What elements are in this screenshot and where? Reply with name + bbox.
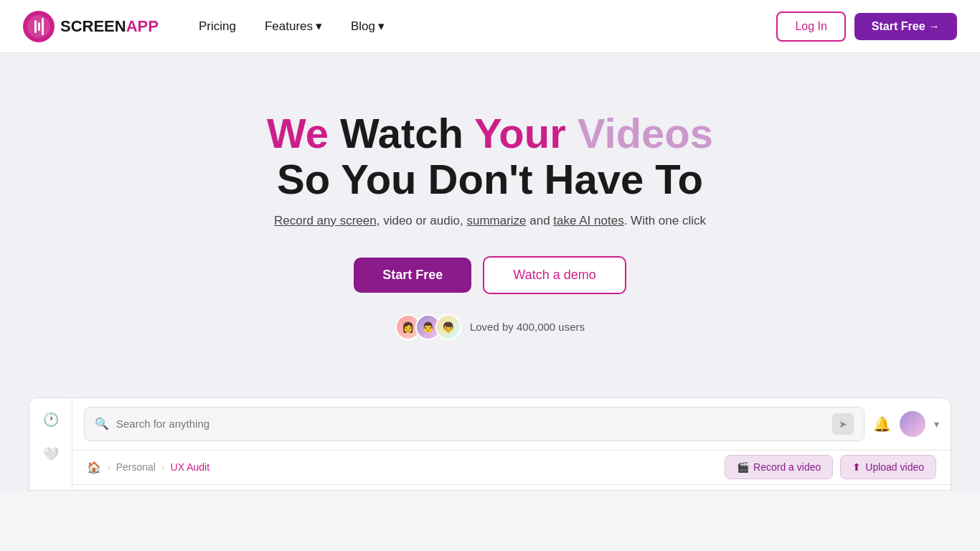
nav-link-pricing[interactable]: Pricing — [187, 14, 248, 39]
hero-start-free-button[interactable]: Start Free — [354, 258, 471, 293]
user-avatars: 👩 👨 👦 — [395, 314, 461, 340]
svg-rect-2 — [34, 20, 37, 33]
record-link[interactable]: Record any screen — [274, 214, 377, 227]
breadcrumb-row: 🏠 › Personal › UX Audit 🎬 Record a video… — [72, 451, 951, 485]
social-proof-text: Loved by 400,000 users — [470, 321, 585, 333]
send-button[interactable]: ➤ — [832, 413, 854, 435]
hero-watch-demo-button[interactable]: Watch a demo — [483, 256, 626, 294]
demo-actions: 🎬 Record a video ⬆ Upload video — [725, 455, 951, 479]
search-input[interactable] — [116, 418, 825, 430]
favorites-icon[interactable]: 🤍 — [41, 444, 61, 464]
logo[interactable]: SCREENAPP — [23, 11, 159, 42]
nav-link-blog[interactable]: Blog ▾ — [339, 13, 396, 39]
logo-text: SCREENAPP — [60, 17, 159, 36]
social-proof: 👩 👨 👦 Loved by 400,000 users — [14, 314, 966, 340]
history-icon[interactable]: 🕐 — [41, 410, 61, 430]
navbar: SCREENAPP Pricing Features ▾ Blog ▾ Log … — [0, 0, 980, 53]
demo-topbar: 🔍 ➤ 🔔 ▾ — [72, 398, 951, 451]
topbar-icons: 🔔 ▾ — [873, 411, 939, 437]
demo-section: 🕐 🤍 🔍 ➤ 🔔 ▾ 🏠 — [0, 383, 980, 491]
hero-title: We Watch Your Videos So You Don't Have T… — [14, 110, 966, 202]
breadcrumb-current[interactable]: UX Audit — [171, 461, 209, 473]
search-icon: 🔍 — [95, 417, 109, 430]
demo-window: 🕐 🤍 🔍 ➤ 🔔 ▾ 🏠 — [29, 397, 951, 491]
svg-rect-4 — [42, 18, 44, 35]
login-button[interactable]: Log In — [776, 11, 845, 42]
notification-bell-icon[interactable]: 🔔 — [873, 415, 891, 433]
chevron-down-icon: ▾ — [378, 19, 385, 34]
demo-main: 🔍 ➤ 🔔 ▾ 🏠 › Personal › UX Audit — [72, 398, 951, 490]
demo-sidebar: 🕐 🤍 — [29, 398, 72, 490]
hero-buttons: Start Free Watch a demo — [14, 256, 966, 294]
hero-section: We Watch Your Videos So You Don't Have T… — [0, 53, 980, 383]
svg-rect-3 — [38, 22, 40, 31]
record-icon: 🎬 — [737, 461, 749, 473]
demo-search-bar[interactable]: 🔍 ➤ — [84, 407, 864, 441]
summarize-link[interactable]: summarize — [466, 214, 526, 227]
home-icon[interactable]: 🏠 — [87, 461, 101, 474]
hero-subtitle: Record any screen, video or audio, summa… — [14, 211, 966, 230]
chevron-down-icon[interactable]: ▾ — [934, 418, 939, 430]
breadcrumb-personal[interactable]: Personal — [116, 461, 156, 473]
user-avatar[interactable] — [900, 411, 925, 437]
breadcrumb: 🏠 › Personal › UX Audit — [72, 451, 224, 484]
nav-actions: Log In Start Free → — [776, 11, 957, 42]
logo-icon — [23, 11, 55, 42]
upload-video-button[interactable]: ⬆ Upload video — [840, 455, 936, 479]
avatar: 👦 — [435, 314, 461, 340]
record-video-button[interactable]: 🎬 Record a video — [725, 455, 833, 479]
start-free-button[interactable]: Start Free → — [854, 13, 957, 40]
nav-links: Pricing Features ▾ Blog ▾ — [187, 13, 776, 39]
chevron-down-icon: ▾ — [316, 19, 322, 34]
upload-icon: ⬆ — [852, 461, 861, 473]
ai-notes-link[interactable]: take AI notes — [553, 214, 623, 227]
nav-link-features[interactable]: Features ▾ — [253, 13, 334, 39]
